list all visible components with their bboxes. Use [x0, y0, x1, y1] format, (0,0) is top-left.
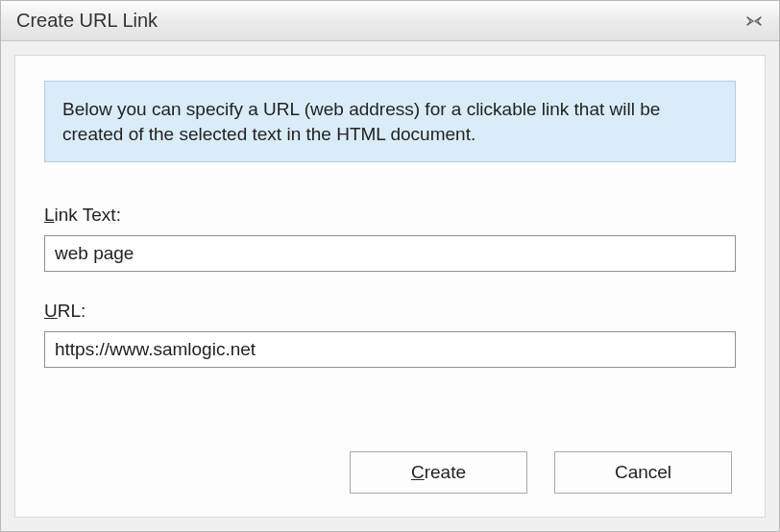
cancel-label: Cancel	[615, 462, 671, 482]
content-wrapper: Below you can specify a URL (web address…	[1, 41, 779, 531]
close-icon[interactable]	[741, 12, 768, 31]
url-accelerator: U	[44, 301, 58, 321]
titlebar: Create URL Link	[1, 1, 779, 41]
link-text-label: Link Text:	[44, 205, 736, 226]
link-text-accelerator: L	[44, 205, 55, 225]
cancel-button[interactable]: Cancel	[554, 451, 732, 494]
url-label: URL:	[44, 301, 736, 322]
create-button[interactable]: Create	[350, 451, 527, 494]
create-label-rest: reate	[425, 462, 466, 482]
button-row: Create Cancel	[44, 451, 736, 497]
window-title: Create URL Link	[16, 10, 158, 32]
url-input[interactable]	[44, 331, 736, 368]
info-box: Below you can specify a URL (web address…	[44, 81, 736, 162]
content-panel: Below you can specify a URL (web address…	[14, 55, 766, 518]
url-label-rest: RL:	[58, 301, 86, 321]
dialog-window: Create URL Link Below you can specify a …	[0, 0, 780, 532]
info-text: Below you can specify a URL (web address…	[62, 97, 718, 146]
create-accelerator: C	[411, 462, 425, 482]
link-text-label-rest: ink Text:	[55, 205, 121, 225]
link-text-input[interactable]	[44, 235, 736, 272]
